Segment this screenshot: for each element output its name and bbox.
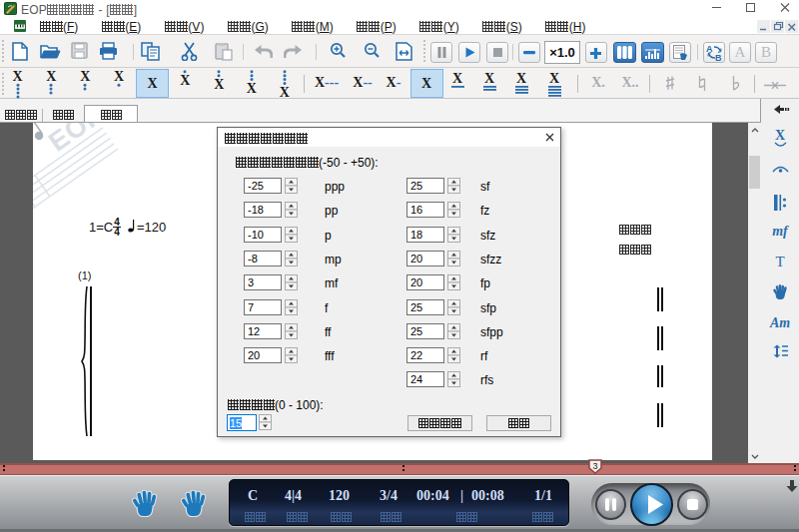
svg-text:B: B [715, 53, 722, 61]
svg-text:EOP: EOP [43, 123, 109, 158]
svg-text:3: 3 [592, 461, 597, 471]
